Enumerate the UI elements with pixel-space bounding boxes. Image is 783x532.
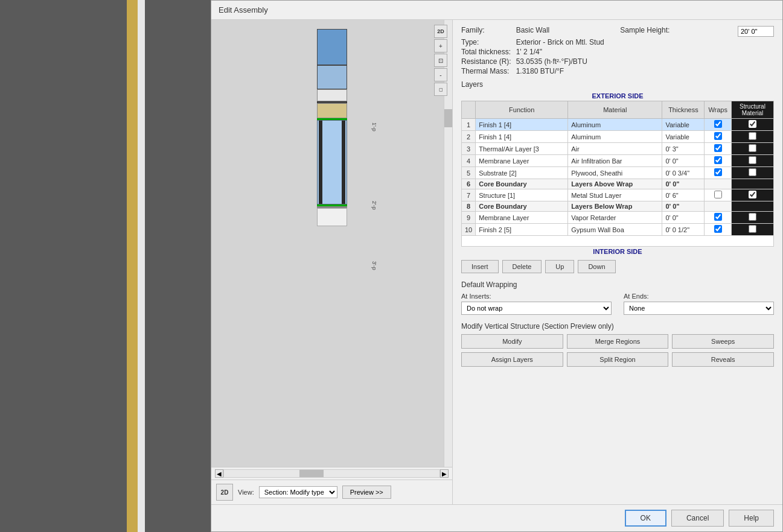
row-num: 5 bbox=[462, 167, 476, 179]
zoom-out-button[interactable]: - bbox=[434, 68, 447, 81]
wraps-checkbox[interactable] bbox=[714, 156, 722, 164]
struct-mat-checkbox[interactable] bbox=[749, 213, 756, 221]
struct-mat-checkbox[interactable] bbox=[749, 144, 756, 152]
hscroll-bar[interactable] bbox=[223, 469, 440, 478]
scroll-right-button[interactable]: ▶ bbox=[440, 469, 449, 478]
view-select[interactable]: Section: Modify type bbox=[259, 486, 337, 498]
table-buttons: Insert Delete Up Down bbox=[461, 260, 774, 273]
row-wraps[interactable] bbox=[705, 131, 732, 143]
preview-toolbar: 2D + ⊡ - ◻ bbox=[434, 25, 447, 96]
row-struct-mat[interactable] bbox=[732, 131, 774, 143]
preview-button[interactable]: Preview >> bbox=[342, 486, 391, 499]
col-material: Material bbox=[568, 101, 662, 119]
row-struct-mat[interactable] bbox=[732, 189, 774, 201]
scroll-left-button[interactable]: ◀ bbox=[215, 469, 223, 478]
dialog-content: 1'-p 2'-p 3'-p 2D + ⊡ - ◻ bbox=[211, 20, 782, 504]
merge-regions-button[interactable]: Merge Regions bbox=[567, 334, 669, 349]
row-num: 9 bbox=[462, 212, 476, 224]
zoom-region-button[interactable]: ◻ bbox=[434, 83, 447, 96]
row-material: Layers Below Wrap bbox=[568, 201, 662, 212]
row-thickness: 0' 6" bbox=[662, 189, 705, 201]
ok-button[interactable]: OK bbox=[625, 510, 666, 527]
wraps-checkbox[interactable] bbox=[714, 132, 722, 140]
row-struct-mat[interactable] bbox=[732, 212, 774, 224]
interior-side-label: INTERIOR SIDE bbox=[462, 247, 774, 257]
row-wraps[interactable] bbox=[705, 119, 732, 131]
struct-mat-checkbox[interactable] bbox=[749, 132, 756, 140]
row-thickness: 0' 0" bbox=[662, 212, 705, 224]
zoom-2d-button[interactable]: 2D bbox=[434, 25, 447, 38]
row-material: Gypsum Wall Boa bbox=[568, 224, 662, 236]
view-2d-icon[interactable]: 2D bbox=[216, 484, 233, 501]
wraps-checkbox[interactable] bbox=[714, 120, 722, 128]
hscroll-thumb[interactable] bbox=[299, 470, 324, 477]
table-row[interactable]: 8 Core Boundary Layers Below Wrap 0' 0" bbox=[462, 201, 774, 212]
table-row[interactable]: 5 Substrate [2] Plywood, Sheathi 0' 0 3/… bbox=[462, 167, 774, 179]
row-struct-mat[interactable] bbox=[732, 143, 774, 155]
struct-mat-checkbox[interactable] bbox=[749, 156, 756, 164]
wraps-checkbox[interactable] bbox=[714, 191, 722, 198]
row-wraps[interactable] bbox=[705, 155, 732, 167]
table-row[interactable]: 7 Structure [1] Metal Stud Layer 0' 6" bbox=[462, 189, 774, 201]
split-region-button[interactable]: Split Region bbox=[567, 352, 669, 367]
table-row[interactable]: 10 Finish 2 [5] Gypsum Wall Boa 0' 0 1/2… bbox=[462, 224, 774, 236]
row-wraps[interactable] bbox=[705, 212, 732, 224]
help-button[interactable]: Help bbox=[729, 510, 774, 527]
sweeps-button[interactable]: Sweeps bbox=[672, 334, 774, 349]
row-num: 3 bbox=[462, 143, 476, 155]
layer-strip-1 bbox=[317, 29, 347, 65]
cancel-button[interactable]: Cancel bbox=[671, 510, 724, 527]
row-wraps[interactable] bbox=[705, 224, 732, 236]
row-struct-mat[interactable] bbox=[732, 224, 774, 236]
wrapping-row: At Inserts: Do not wrap Exterior Interio… bbox=[461, 293, 774, 315]
row-wraps[interactable] bbox=[705, 143, 732, 155]
at-ends-group: At Ends: None Exterior Interior Both bbox=[624, 293, 774, 315]
row-function: Membrane Layer bbox=[476, 212, 568, 224]
wraps-checkbox[interactable] bbox=[714, 144, 722, 152]
table-row[interactable]: 1 Finish 1 [4] Aluminum Variable bbox=[462, 119, 774, 131]
row-struct-mat[interactable] bbox=[732, 119, 774, 131]
struct-mat-checkbox[interactable] bbox=[749, 168, 756, 176]
layer-strip-3 bbox=[317, 89, 347, 101]
table-row[interactable]: 4 Membrane Layer Air Infiltration Bar 0'… bbox=[462, 155, 774, 167]
table-row[interactable]: 6 Core Boundary Layers Above Wrap 0' 0" bbox=[462, 179, 774, 189]
modify-button[interactable]: Modify bbox=[461, 334, 563, 349]
row-function: Finish 1 [4] bbox=[476, 131, 568, 143]
row-struct-mat bbox=[732, 179, 774, 189]
row-struct-mat[interactable] bbox=[732, 155, 774, 167]
at-inserts-select[interactable]: Do not wrap Exterior Interior Both bbox=[461, 302, 612, 315]
zoom-in-button[interactable]: + bbox=[434, 39, 447, 52]
row-struct-mat[interactable] bbox=[732, 167, 774, 179]
row-num: 8 bbox=[462, 201, 476, 212]
table-row[interactable]: 2 Finish 1 [4] Aluminum Variable bbox=[462, 131, 774, 143]
delete-button[interactable]: Delete bbox=[502, 260, 542, 273]
table-row[interactable]: 3 Thermal/Air Layer [3 Air 0' 3" bbox=[462, 143, 774, 155]
assign-layers-button[interactable]: Assign Layers bbox=[461, 352, 563, 367]
struct-mat-checkbox[interactable] bbox=[749, 120, 756, 128]
zoom-fit-button[interactable]: ⊡ bbox=[434, 54, 447, 67]
struct-mat-checkbox[interactable] bbox=[749, 191, 756, 198]
wraps-checkbox[interactable] bbox=[714, 225, 722, 233]
row-wraps[interactable] bbox=[705, 189, 732, 201]
wraps-checkbox[interactable] bbox=[714, 213, 722, 221]
layers-section: Layers EXTERIOR SIDE Function Material T… bbox=[461, 80, 774, 273]
at-ends-select[interactable]: None Exterior Interior Both bbox=[624, 302, 774, 315]
sample-height-input[interactable] bbox=[738, 26, 774, 37]
table-row[interactable]: 9 Membrane Layer Vapor Retarder 0' 0" bbox=[462, 212, 774, 224]
wraps-checkbox[interactable] bbox=[714, 168, 722, 176]
down-button[interactable]: Down bbox=[578, 260, 615, 273]
layer-strip-7 bbox=[317, 120, 347, 204]
scrollbar-thumb[interactable] bbox=[444, 109, 452, 127]
row-function: Core Boundary bbox=[476, 201, 568, 212]
up-button[interactable]: Up bbox=[545, 260, 574, 273]
row-wraps[interactable] bbox=[705, 167, 732, 179]
sample-height-label: Sample Height: bbox=[620, 26, 670, 37]
row-num: 10 bbox=[462, 224, 476, 236]
modify-title: Modify Vertical Structure (Section Previ… bbox=[461, 322, 774, 331]
row-num: 6 bbox=[462, 179, 476, 189]
row-function: Structure [1] bbox=[476, 189, 568, 201]
reveals-button[interactable]: Reveals bbox=[672, 352, 774, 367]
insert-button[interactable]: Insert bbox=[461, 260, 499, 273]
struct-mat-checkbox[interactable] bbox=[749, 225, 756, 233]
exterior-side-label: EXTERIOR SIDE bbox=[462, 91, 774, 101]
